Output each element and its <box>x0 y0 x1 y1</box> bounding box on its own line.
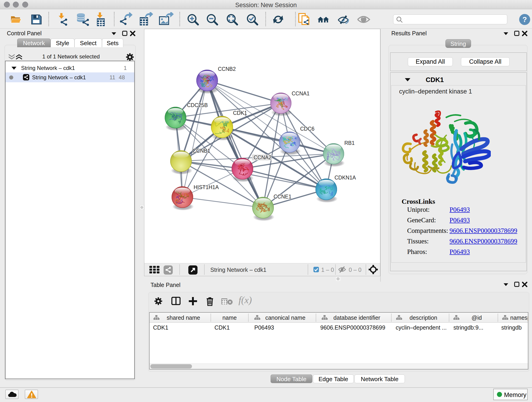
svg-text:name: name <box>222 314 237 321</box>
svg-text:CDK1: CDK1 <box>233 110 247 116</box>
svg-text:canonical name: canonical name <box>265 314 305 321</box>
svg-text:HIST1H1A: HIST1H1A <box>194 184 219 190</box>
svg-text:database identifier: database identifier <box>333 314 380 321</box>
svg-text:?: ? <box>522 15 527 24</box>
svg-text:@id: @id <box>472 314 482 321</box>
svg-text:CCNB2: CCNB2 <box>218 66 236 72</box>
svg-text:namespace: namespace <box>510 314 528 321</box>
svg-text:description: description <box>410 314 437 321</box>
svg-text:RB1: RB1 <box>344 140 355 146</box>
svg-text:shared name: shared name <box>167 314 200 321</box>
svg-text:CCNA2: CCNA2 <box>254 154 272 160</box>
svg-text:CCNA1: CCNA1 <box>292 90 310 96</box>
svg-text:CDC6: CDC6 <box>300 126 315 132</box>
svg-text:CCNB1: CCNB1 <box>192 148 210 154</box>
svg-text:CCNE1: CCNE1 <box>273 194 291 200</box>
svg-text:CDKN1A: CDKN1A <box>335 175 356 181</box>
svg-text:CDC25B: CDC25B <box>187 102 208 108</box>
